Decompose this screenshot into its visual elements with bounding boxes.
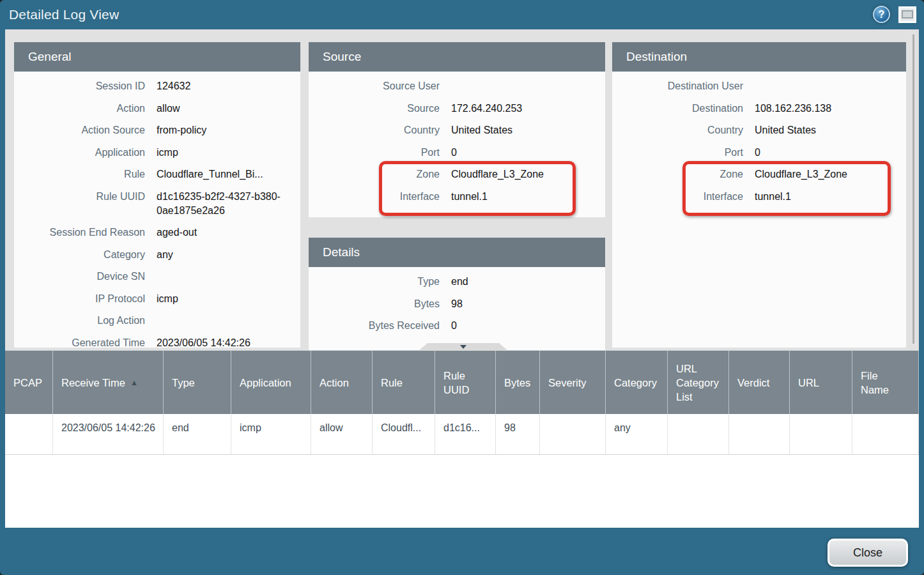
field-label: Bytes Received bbox=[309, 319, 440, 333]
field-row-zone: ZoneCloudflare_L3_Zone bbox=[309, 167, 605, 181]
panel-details-body: Typeend Bytes98 Bytes Received0 bbox=[309, 267, 605, 333]
column-header-pcap[interactable]: PCAP bbox=[5, 351, 53, 414]
column-header-rule-uuid[interactable]: Rule UUID bbox=[435, 351, 496, 414]
field-row-source-user: Source User bbox=[309, 79, 605, 93]
table-row[interactable]: 2023/06/05 14:42:26 end icmp allow Cloud… bbox=[5, 414, 919, 455]
column-header-category[interactable]: Category bbox=[606, 351, 668, 414]
field-value: icmp bbox=[157, 146, 300, 160]
field-label: Zone bbox=[612, 167, 743, 181]
field-label: Session End Reason bbox=[14, 226, 145, 240]
field-value: 124632 bbox=[157, 79, 300, 93]
log-table: PCAP Receive Time▲ Type Application Acti… bbox=[5, 350, 919, 528]
field-value: allow bbox=[157, 102, 300, 116]
cell-verdict bbox=[729, 414, 790, 454]
field-row-zone: ZoneCloudflare_L3_Zone bbox=[612, 167, 906, 181]
field-label: Source User bbox=[309, 79, 440, 93]
dialog-title: Detailed Log View bbox=[9, 7, 119, 22]
close-button[interactable]: Close bbox=[828, 539, 908, 567]
panel-destination: Destination Destination User Destination… bbox=[612, 42, 906, 348]
column-header-severity[interactable]: Severity bbox=[540, 351, 606, 414]
column-label: URL bbox=[798, 376, 819, 390]
field-row-ip-protocol: IP Protocolicmp bbox=[14, 292, 300, 306]
cell-rule: Cloudfl... bbox=[373, 414, 435, 454]
column-header-action[interactable]: Action bbox=[311, 351, 373, 414]
field-row-bytes: Bytes98 bbox=[309, 297, 605, 311]
field-row-device-sn: Device SN bbox=[14, 270, 300, 284]
panel-general-body: Session ID124632 Actionallow Action Sour… bbox=[14, 72, 300, 348]
panel-general-header: General bbox=[14, 42, 300, 72]
field-row-bytes-received: Bytes Received0 bbox=[309, 319, 605, 333]
field-label: Log Action bbox=[14, 314, 145, 328]
column-header-url-category-list[interactable]: URL Category List bbox=[668, 351, 729, 414]
column-header-file-name[interactable]: File Name bbox=[852, 351, 919, 414]
cell-pcap bbox=[5, 414, 53, 454]
field-row-type: Typeend bbox=[309, 275, 605, 289]
field-row-port: Port0 bbox=[309, 146, 605, 160]
field-row-session-end-reason: Session End Reasonaged-out bbox=[14, 226, 300, 240]
field-value bbox=[157, 314, 300, 328]
field-value: 172.64.240.253 bbox=[451, 102, 605, 116]
panel-source-body: Source User Source172.64.240.253 Country… bbox=[309, 72, 605, 204]
field-value bbox=[157, 270, 300, 284]
cell-type: end bbox=[164, 414, 231, 454]
column-label: Type bbox=[172, 376, 195, 390]
panel-general: General Session ID124632 Actionallow Act… bbox=[14, 42, 300, 348]
column-label: Category bbox=[614, 376, 657, 390]
field-label: Category bbox=[14, 248, 145, 262]
column-header-verdict[interactable]: Verdict bbox=[729, 351, 790, 414]
column-header-rule[interactable]: Rule bbox=[373, 351, 435, 414]
field-value: 0 bbox=[451, 319, 605, 333]
field-label: Source bbox=[309, 102, 440, 116]
column-header-url[interactable]: URL bbox=[790, 351, 852, 414]
field-row-destination-user: Destination User bbox=[612, 79, 906, 93]
panel-destination-header: Destination bbox=[612, 42, 906, 72]
field-label: Bytes bbox=[309, 297, 440, 311]
panel-source: Source Source User Source172.64.240.253 … bbox=[309, 42, 605, 217]
field-value: 108.162.236.138 bbox=[755, 102, 906, 116]
pane-splitter-handle[interactable] bbox=[419, 343, 508, 351]
titlebar-icons: ? bbox=[873, 6, 916, 23]
help-glyph: ? bbox=[879, 9, 885, 20]
column-header-type[interactable]: Type bbox=[164, 351, 231, 414]
panel-destination-body: Destination User Destination108.162.236.… bbox=[612, 72, 906, 204]
column-label: Application bbox=[240, 376, 291, 390]
panels-scrollbar[interactable] bbox=[912, 34, 914, 344]
column-label: Rule UUID bbox=[443, 369, 474, 397]
column-header-bytes[interactable]: Bytes bbox=[496, 351, 540, 414]
field-value: United States bbox=[451, 123, 605, 137]
column-label: File Name bbox=[861, 369, 895, 397]
field-row-source: Source172.64.240.253 bbox=[309, 102, 605, 116]
field-value: any bbox=[157, 248, 300, 262]
field-row-interface: Interfacetunnel.1 bbox=[309, 190, 605, 204]
detail-panels-pane: General Session ID124632 Actionallow Act… bbox=[5, 29, 919, 350]
panel-source-header: Source bbox=[309, 42, 605, 72]
cell-receive-time: 2023/06/05 14:42:26 bbox=[53, 414, 164, 454]
column-header-application[interactable]: Application bbox=[231, 351, 311, 414]
field-label: Port bbox=[309, 146, 440, 160]
sort-ascending-icon: ▲ bbox=[130, 376, 138, 390]
cell-file-name bbox=[852, 414, 919, 454]
help-icon[interactable]: ? bbox=[873, 6, 890, 23]
cell-bytes: 98 bbox=[496, 414, 540, 454]
cell-application: icmp bbox=[231, 414, 311, 454]
field-label: Interface bbox=[612, 190, 743, 204]
cell-severity bbox=[540, 414, 606, 454]
column-label: PCAP bbox=[13, 376, 42, 390]
field-label: Country bbox=[309, 123, 440, 137]
field-label: Application bbox=[14, 146, 145, 160]
cell-rule-uuid: d1c16... bbox=[435, 414, 496, 454]
panel-details-header: Details bbox=[309, 238, 605, 267]
field-row-country: CountryUnited States bbox=[612, 123, 906, 137]
field-value: tunnel.1 bbox=[451, 190, 605, 204]
field-label: Action bbox=[14, 102, 145, 116]
restore-window-icon[interactable] bbox=[898, 6, 916, 23]
field-value: Cloudflare_Tunnel_Bi... bbox=[157, 167, 300, 181]
column-header-receive-time[interactable]: Receive Time▲ bbox=[53, 351, 164, 414]
field-value: from-policy bbox=[157, 123, 300, 137]
field-value: d1c16235-b2f2-4327-b380-0ae1875e2a26 bbox=[157, 190, 300, 218]
column-label: Severity bbox=[548, 376, 587, 390]
column-label: URL Category List bbox=[676, 362, 723, 404]
field-row-category: Categoryany bbox=[14, 248, 300, 262]
field-label: Country bbox=[612, 123, 743, 137]
field-label: Generated Time bbox=[14, 336, 145, 348]
